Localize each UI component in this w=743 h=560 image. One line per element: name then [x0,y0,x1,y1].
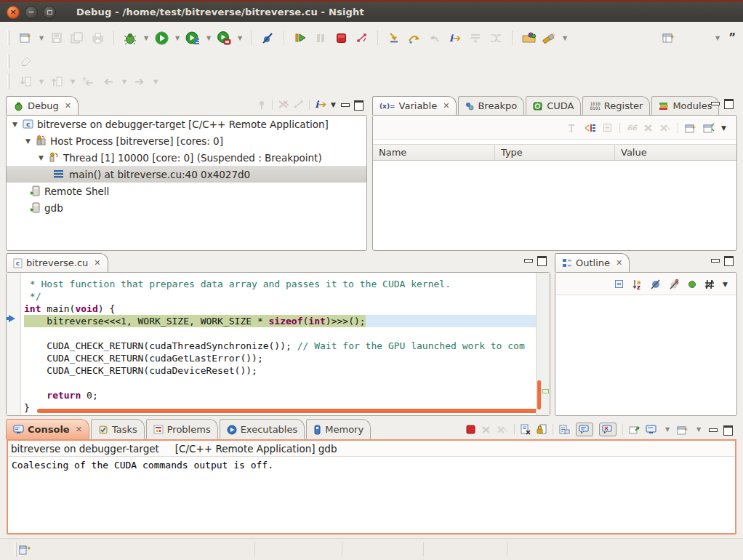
tab-outline-close-icon[interactable]: ✕ [616,258,622,268]
tab-problems[interactable]: Problems [146,419,218,439]
tree-row-host-process[interactable]: ▼ Host Process [bitreverse] [cores: 0] [7,132,366,149]
coverage-button[interactable] [215,29,233,47]
remove-selected-icon[interactable] [643,124,653,132]
tree-row-launch[interactable]: ▼ c bitreverse on debugger-target [C/C++… [7,116,366,132]
next-annotation-dropdown[interactable]: ▼ [38,79,45,85]
suspend-button[interactable] [312,29,329,47]
step-over-button[interactable] [406,29,423,47]
console-output[interactable]: Coalescing of the CUDA commands output i… [8,457,735,471]
collapse-all-icon[interactable] [614,279,624,289]
search-dropdown[interactable]: ▼ [561,35,569,41]
use-step-filters-button[interactable] [487,29,505,47]
show-type-names-icon[interactable] [567,123,578,133]
terminate-icon[interactable] [466,425,475,434]
overview-ruler[interactable] [536,273,550,415]
back-button[interactable] [100,73,117,90]
hide-fields-icon[interactable] [650,279,661,289]
tab-breakpoints[interactable]: Breakpo [458,96,524,115]
run-button[interactable] [153,29,170,47]
view-menu-icon[interactable]: ▼ [331,101,336,108]
tab-console-close-icon[interactable]: ✕ [76,425,82,434]
open-console-dropdown[interactable]: ▼ [695,426,702,433]
remove-all-icon[interactable] [659,124,671,132]
hide-static-members-icon[interactable]: S [669,279,680,289]
resume-button[interactable] [292,29,309,47]
minimize-icon[interactable] [710,256,720,264]
view-menu-icon[interactable]: ▼ [721,124,726,132]
vertical-scrollbar[interactable] [537,380,541,409]
debug-dropdown[interactable]: ▼ [142,35,150,41]
maximize-icon[interactable] [537,256,547,264]
toolbar-drag-handle[interactable] [7,54,9,68]
tab-editor-bitreverse[interactable]: c bitreverse.cu ✕ [6,253,108,272]
window-close-button[interactable]: × [7,6,20,19]
run-dropdown[interactable]: ▼ [174,35,181,41]
pin-console-icon[interactable] [629,425,640,435]
annotation-marker[interactable] [542,389,549,393]
tab-outline[interactable]: Outline ✕ [555,253,630,272]
pin-view-icon[interactable] [703,123,715,133]
disconnect-button[interactable] [353,29,370,47]
horizontal-scrollbar[interactable] [37,409,536,413]
tab-registers[interactable]: 10100101 Register [582,96,650,115]
column-name[interactable]: Name [373,145,495,160]
save-button[interactable] [48,29,65,47]
add-watch-expression-icon[interactable] [585,123,596,133]
save-all-button[interactable] [68,29,86,47]
show-console-on-stderr-toggle[interactable] [599,423,617,436]
window-maximize-button[interactable] [43,6,56,19]
toolbar-drag-handle[interactable] [7,74,9,89]
tree-row-gdb[interactable]: gdb [7,199,366,216]
view-menu-icon[interactable]: ▼ [723,281,728,288]
maximize-icon[interactable] [354,100,364,108]
perspective-bar-dropdown[interactable]: ▼ [714,35,721,41]
tree-row-thread[interactable]: ▼ Thread [1] 10000 [core: 0] (Suspended … [7,149,366,166]
debug-button[interactable] [121,29,139,47]
new-view-icon[interactable]: ✦ [685,123,696,133]
code-editor[interactable]: * Host function that prepares data array… [21,273,536,415]
tab-variables[interactable]: (x)= Variable ✕ [372,96,457,115]
tab-modules[interactable]: Modules [651,96,719,115]
open-console-icon[interactable]: ✦ [677,425,688,435]
toolbar-drag-handle[interactable] [7,31,9,45]
column-value[interactable]: Value [615,145,736,160]
disconnect-all-icon[interactable] [293,100,304,109]
forward-dropdown[interactable]: ▼ [152,79,159,85]
remove-all-terminated-icon[interactable] [278,100,289,109]
window-minimize-button[interactable]: − [25,6,38,19]
maximize-icon[interactable] [724,99,734,107]
tab-debug[interactable]: Debug ✕ [6,96,79,115]
fast-view-icon[interactable]: ✦ [19,544,32,556]
minimize-icon[interactable] [708,425,718,433]
pin-icon[interactable] [257,100,267,110]
column-type[interactable]: Type [495,145,615,160]
tab-debug-close-icon[interactable]: ✕ [65,101,71,111]
clear-icon[interactable] [17,52,34,70]
clear-console-icon[interactable] [521,424,531,435]
statusbar-drag-handle[interactable] [15,543,17,557]
tree-row-remote-shell[interactable]: Remote Shell [7,183,366,199]
tab-tasks[interactable]: Tasks [91,419,145,439]
hide-inactive-elements-icon[interactable] [704,279,715,289]
search-button[interactable] [540,29,558,47]
previous-annotation-button[interactable] [48,73,65,90]
forward-button[interactable] [131,73,148,90]
previous-annotation-dropdown[interactable]: ▼ [69,79,76,85]
hide-non-public-members-icon[interactable] [688,280,696,289]
maximize-icon[interactable] [723,425,733,433]
sort-icon[interactable]: az [632,279,642,289]
next-annotation-button[interactable] [17,73,34,90]
open-perspective-button[interactable]: ✦ [660,29,678,47]
display-console-dropdown[interactable]: ▼ [664,426,671,433]
profile-dropdown[interactable]: ▼ [205,35,212,41]
back-dropdown[interactable]: ▼ [121,79,128,85]
instruction-stepping-button[interactable]: i➔ [446,29,464,47]
tab-memory[interactable]: Memory [306,419,371,439]
step-return-button[interactable] [426,29,443,47]
display-selected-console-icon[interactable] [646,425,657,435]
drop-to-frame-button[interactable] [467,29,484,47]
instruction-stepping-toggle[interactable]: i➔ [315,99,326,110]
last-edit-location-button[interactable]: ✳ [79,73,97,90]
show-console-on-stdout-toggle[interactable] [576,423,593,436]
scroll-lock-icon[interactable] [537,424,547,435]
